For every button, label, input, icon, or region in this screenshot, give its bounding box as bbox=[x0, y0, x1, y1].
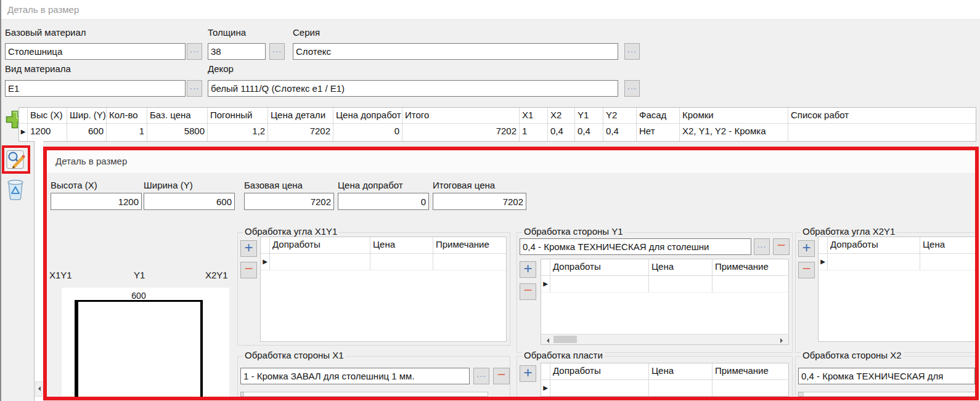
base-price-input[interactable] bbox=[244, 193, 334, 210]
dopworks-empty-row[interactable]: ▶ bbox=[261, 254, 506, 270]
header-spisok-rabot[interactable]: Список работ bbox=[788, 108, 976, 124]
decor-browse-button[interactable]: ... bbox=[624, 80, 640, 97]
parts-table-row[interactable]: ▶ 1200 600 1 5800 1,2 7202 0 7202 1 0,4 … bbox=[19, 124, 976, 141]
header-vys-x[interactable]: Выс (X) bbox=[28, 108, 67, 124]
material-kind-browse-button[interactable]: ... bbox=[187, 80, 202, 97]
height-label: Высота (X) bbox=[51, 180, 97, 190]
header-primechanie[interactable]: Примечание bbox=[713, 363, 788, 380]
row-marker: ▶ bbox=[541, 380, 550, 397]
header-dopraboty[interactable]: Допработы bbox=[550, 363, 649, 380]
base-material-input[interactable] bbox=[5, 43, 186, 60]
corner-x2y1-add-button[interactable]: + bbox=[798, 240, 815, 257]
part-outline-left-edge bbox=[75, 300, 78, 397]
cell-cena bbox=[920, 254, 975, 270]
cell-cena-doprabot: 0 bbox=[333, 124, 402, 141]
part-diagram bbox=[62, 288, 229, 397]
header-itogo[interactable]: Итого bbox=[402, 108, 520, 124]
side-y1-hscrollbar[interactable] bbox=[541, 334, 788, 344]
gutter-strip bbox=[35, 141, 43, 401]
thickness-browse-button[interactable]: ... bbox=[269, 43, 285, 60]
app-window: Деталь в размер Базовый материал ... Тол… bbox=[0, 0, 980, 401]
cell-primechanie bbox=[713, 380, 788, 397]
header-shir-y[interactable]: Шир. (Y) bbox=[67, 108, 107, 124]
base-material-browse-button[interactable]: ... bbox=[187, 43, 202, 60]
cell-shir-y: 600 bbox=[67, 124, 107, 141]
width-input[interactable] bbox=[144, 193, 235, 210]
parts-table-header-row: Выс (X) Шир. (Y) Кол-во Баз. цена Погонн… bbox=[19, 108, 976, 124]
section-plast-title: Обработка пласти bbox=[522, 350, 605, 360]
header-cena[interactable]: Цена bbox=[649, 259, 713, 276]
side-y1-edge-browse-button[interactable]: ... bbox=[754, 238, 770, 255]
side-x2-dopworks-table bbox=[803, 392, 975, 397]
header-pogonny[interactable]: Погонный bbox=[208, 108, 268, 124]
header-x2[interactable]: X2 bbox=[548, 108, 575, 124]
side-y1-edge-remove-button[interactable]: − bbox=[773, 238, 790, 255]
header-x1[interactable]: X1 bbox=[520, 108, 548, 124]
series-browse-button[interactable]: ... bbox=[624, 43, 640, 60]
width-label: Ширина (Y) bbox=[144, 180, 193, 190]
dopworks-header-row: Допработы Цена Примечание bbox=[541, 259, 788, 276]
dopworks-empty-row[interactable]: ▶ bbox=[541, 380, 788, 397]
header-cena[interactable]: Цена bbox=[920, 237, 975, 254]
header-marker-cell bbox=[19, 108, 28, 124]
side-y1-add-button[interactable]: + bbox=[520, 261, 536, 278]
decor-input[interactable] bbox=[208, 80, 618, 97]
total-price-input[interactable] bbox=[433, 193, 526, 210]
header-fasad[interactable]: Фасад bbox=[637, 108, 680, 124]
header-dopraboty[interactable]: Допработы bbox=[828, 237, 920, 254]
header-y2[interactable]: Y2 bbox=[603, 108, 637, 124]
header-dopraboty[interactable]: Допработы bbox=[550, 259, 649, 276]
cell-dopraboty bbox=[550, 276, 649, 293]
base-material-label: Базовый материал bbox=[5, 27, 86, 38]
row-marker: ▶ bbox=[19, 124, 28, 141]
side-x1-edge-input[interactable] bbox=[240, 368, 470, 384]
corner-x2y1-remove-button[interactable]: − bbox=[798, 262, 815, 278]
side-x1-edge-browse-button[interactable]: ... bbox=[473, 368, 489, 384]
plast-add-button[interactable]: + bbox=[520, 365, 536, 382]
header-cena-doprabot[interactable]: Цена допработ bbox=[333, 108, 402, 124]
header-cena[interactable]: Цена bbox=[649, 363, 713, 380]
header-cena-detali[interactable]: Цена детали bbox=[268, 108, 333, 124]
header-primechanie[interactable]: Примечание bbox=[433, 237, 506, 254]
header-kromki[interactable]: Кромки bbox=[680, 108, 788, 124]
corner-x1y1-dopworks-table: Допработы Цена Примечание ▶ bbox=[260, 237, 507, 342]
height-input[interactable] bbox=[51, 193, 142, 210]
corner-x2y1-dopworks-table: Допработы Цена ▶ bbox=[818, 237, 975, 342]
side-x1-dopworks-table bbox=[243, 392, 488, 397]
scroll-thumb[interactable] bbox=[553, 336, 577, 343]
window-left-border bbox=[0, 0, 1, 401]
side-y1-remove-button[interactable]: − bbox=[520, 283, 536, 300]
row-marker: ▶ bbox=[819, 254, 828, 270]
edit-part-button[interactable] bbox=[6, 149, 26, 170]
dopworks-empty-row[interactable]: ▶ bbox=[819, 254, 975, 270]
header-cena[interactable]: Цена bbox=[370, 237, 433, 254]
header-kolvo[interactable]: Кол-во bbox=[107, 108, 147, 124]
corner-x1y1-remove-button[interactable]: − bbox=[240, 262, 257, 278]
extras-price-input[interactable] bbox=[338, 193, 429, 210]
corner-x1y1-add-button[interactable]: + bbox=[240, 240, 257, 257]
dopworks-header-row: Допработы Цена Примечание bbox=[261, 237, 506, 254]
side-y1-edge-input[interactable] bbox=[520, 238, 751, 255]
side-x1-edge-remove-button[interactable]: − bbox=[493, 368, 510, 384]
series-input[interactable] bbox=[293, 43, 618, 60]
side-x2-edge-input[interactable] bbox=[798, 368, 975, 384]
series-label: Серия bbox=[293, 27, 320, 38]
header-dopraboty[interactable]: Допработы bbox=[270, 237, 370, 254]
cell-cena bbox=[370, 254, 433, 270]
scroll-left-button[interactable] bbox=[35, 381, 43, 397]
corner-label-x1y1: X1Y1 bbox=[49, 270, 72, 280]
thickness-input[interactable] bbox=[208, 43, 266, 60]
cell-fasad: Нет bbox=[637, 124, 680, 141]
header-y1[interactable]: Y1 bbox=[575, 108, 603, 124]
scroll-right-icon[interactable] bbox=[780, 338, 785, 343]
row-marker: ▶ bbox=[261, 254, 270, 270]
cell-dopraboty bbox=[828, 254, 920, 270]
scroll-left-icon[interactable] bbox=[544, 338, 549, 343]
header-baz-cena[interactable]: Баз. цена bbox=[147, 108, 208, 124]
cell-itogo: 7202 bbox=[402, 124, 520, 141]
dopworks-empty-row[interactable]: ▶ bbox=[541, 276, 788, 293]
header-primechanie[interactable]: Примечание bbox=[713, 259, 788, 276]
scroll-left-icon bbox=[36, 386, 41, 391]
material-kind-input[interactable] bbox=[5, 80, 186, 97]
delete-part-button[interactable] bbox=[6, 177, 25, 200]
